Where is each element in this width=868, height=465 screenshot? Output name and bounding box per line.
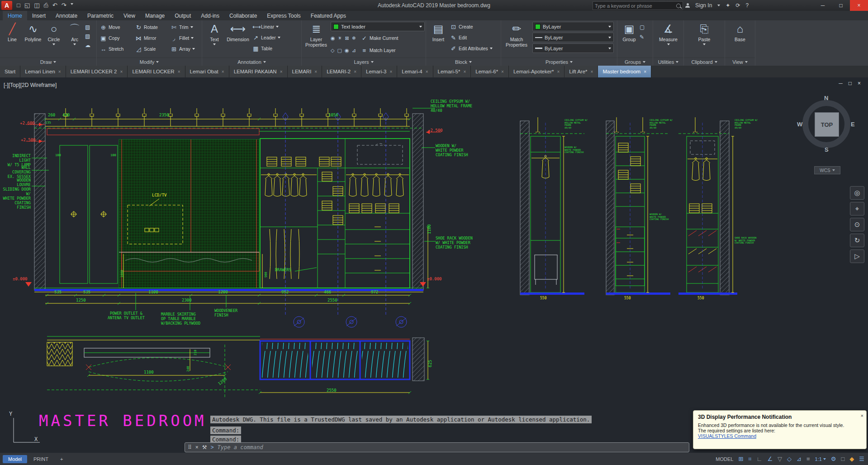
close-tab-icon[interactable]: × [314, 69, 317, 74]
sign-in-button[interactable]: Sign In [695, 2, 712, 9]
file-tab-start[interactable]: Start [0, 66, 20, 77]
panel-label-view[interactable]: View [725, 58, 755, 66]
clean-screen-icon[interactable]: □ [841, 455, 844, 462]
close-tab-icon[interactable]: × [120, 69, 123, 74]
close-tab-icon[interactable]: × [354, 69, 356, 74]
help-icon[interactable]: ? [745, 2, 749, 9]
close-tab-icon[interactable]: × [280, 69, 283, 74]
linear-button[interactable]: ⟷Linear [251, 21, 282, 32]
file-tab[interactable]: Lemari-3× [361, 66, 397, 77]
gradient-icon[interactable]: ▧ [85, 33, 90, 39]
revcloud-icon[interactable]: ☁ [85, 42, 90, 48]
file-tab[interactable]: Lemari-5*× [433, 66, 471, 77]
close-tab-icon[interactable]: × [644, 69, 646, 74]
close-tab-icon[interactable]: × [178, 69, 180, 74]
close-tab-icon[interactable]: × [58, 69, 61, 74]
panel-label-modify[interactable]: Modify [97, 58, 202, 66]
layer-merge-icon[interactable]: ⊿ [351, 48, 356, 53]
layer-freeze-icon[interactable]: ❄ [352, 35, 356, 41]
ribbon-tab-collaborate[interactable]: Collaborate [224, 11, 262, 20]
command-close-icon[interactable]: × [195, 444, 199, 451]
panel-label-block[interactable]: Block [426, 58, 501, 66]
workspace-gear-icon[interactable]: ⚙ [831, 455, 836, 462]
panel-label-layers[interactable]: Layers [302, 58, 426, 66]
command-customize-icon[interactable]: ⚒ [202, 444, 207, 451]
pan-icon[interactable]: ⌖ [850, 202, 864, 216]
move-button[interactable]: ⊕Move [99, 22, 134, 33]
layer-off-icon[interactable]: ◉ [345, 48, 349, 53]
file-tab[interactable]: Lemari Linen× [20, 66, 66, 77]
snap-icon[interactable]: ⌗ [748, 455, 751, 463]
minimize-button[interactable]: ─ [814, 0, 832, 11]
array-button[interactable]: ⊞Array [169, 43, 202, 54]
panel-label-properties[interactable]: Properties [501, 58, 617, 66]
fillet-button[interactable]: ◞Fillet [169, 33, 202, 43]
ribbon-tab-home[interactable]: Home [3, 11, 27, 20]
ungroup-icon[interactable]: ▢ [640, 24, 645, 30]
layer-properties-button[interactable]: ≣Layer Properties [304, 20, 329, 55]
ribbon-tab-output[interactable]: Output [170, 11, 196, 20]
group-edit-icon[interactable]: ✎ [640, 34, 645, 40]
viewport-controls-label[interactable]: [-][Top][2D Wireframe] [4, 82, 57, 88]
grid-icon[interactable]: ⊞ [738, 455, 743, 462]
compass-east[interactable]: E [851, 121, 855, 128]
file-tab[interactable]: LEMARI× [288, 66, 323, 77]
isodraft-icon[interactable]: ▽ [778, 455, 782, 462]
sign-in-dropdown-icon[interactable] [717, 5, 720, 8]
measure-button[interactable]: ∡Measure [655, 20, 682, 55]
model-space-canvas[interactable]: CEILING GYPSUM W/ HOLLOW METAL FRAME 40/… [0, 77, 868, 453]
undo-icon[interactable]: ↶ [52, 2, 57, 9]
close-tab-icon[interactable]: × [501, 69, 504, 74]
file-tab[interactable]: Lift Are*× [564, 66, 598, 77]
steering-wheel-icon[interactable]: ◎ [850, 186, 864, 200]
wcs-menu[interactable]: WCS [814, 166, 840, 174]
performance-alert-icon[interactable]: ◆ [849, 455, 854, 462]
layer-combo-dropdown-icon[interactable] [419, 26, 422, 29]
paste-button[interactable]: ⎘Paste [691, 20, 717, 55]
compass-south[interactable]: S [825, 146, 829, 153]
customization-menu-icon[interactable]: ☰ [859, 455, 864, 462]
plot-icon[interactable]: ⎙ [43, 2, 48, 9]
match-layer-button[interactable]: ≡Match Layer [360, 45, 397, 56]
object-snap-icon[interactable]: ◇ [787, 455, 792, 462]
trim-button[interactable]: ✄Trim [169, 22, 202, 33]
notification-close-icon[interactable]: × [861, 413, 863, 418]
compass-west[interactable]: W [797, 121, 802, 128]
panel-label-clipboard[interactable]: Clipboard [684, 58, 725, 66]
file-tab[interactable]: Lemari-6*× [471, 66, 509, 77]
rotate-button[interactable]: ↻Rotate [134, 22, 169, 33]
polyline-button[interactable]: ∿Polyline [23, 20, 43, 55]
edit-block-button[interactable]: ✎Edit [449, 32, 494, 43]
stretch-button[interactable]: ↔Stretch [99, 43, 134, 54]
object-color-combo[interactable]: ByLayer [532, 22, 614, 31]
new-layout-button[interactable]: + [55, 455, 68, 463]
command-line[interactable]: ⠿ × ⚒ > Type a command [185, 442, 689, 452]
ribbon-tab-featured-apps[interactable]: Featured Apps [306, 11, 351, 20]
layer-isolate-icon[interactable]: ◇ [331, 48, 334, 53]
ribbon-tab-view[interactable]: View [119, 11, 140, 20]
scale-button[interactable]: ◿Scale [134, 43, 169, 54]
match-properties-button[interactable]: ✏Match Properties [503, 20, 530, 55]
ribbon-tab-parametric[interactable]: Parametric [82, 11, 119, 20]
mirror-button[interactable]: ⋈Mirror [134, 33, 169, 43]
layer-on-icon[interactable]: ◉ [331, 35, 335, 41]
hatch-icon[interactable]: ▨ [85, 24, 90, 30]
file-tab[interactable]: LEMARI LOCKER 2× [66, 66, 128, 77]
maximize-button[interactable]: □ [832, 0, 850, 11]
close-tab-icon[interactable]: × [426, 69, 428, 74]
ribbon-tab-insert[interactable]: Insert [27, 11, 51, 20]
file-tab[interactable]: LEMARI PAKAIAN× [229, 66, 288, 77]
copy-button[interactable]: ▣Copy [99, 33, 134, 43]
file-tab[interactable]: Lemari Obat× [185, 66, 229, 77]
ribbon-tab-annotate[interactable]: Annotate [51, 11, 82, 20]
base-button[interactable]: ⌂Base [728, 20, 752, 55]
ribbon-tab-addins[interactable]: Add-ins [196, 11, 224, 20]
close-tab-icon[interactable]: × [591, 69, 593, 74]
lineweight-icon[interactable]: ≡ [806, 455, 810, 462]
polar-tracking-icon[interactable]: ∠ [767, 455, 773, 462]
viewcube[interactable]: N W E S TOP [797, 96, 856, 154]
close-tab-icon[interactable]: × [557, 69, 560, 74]
layer-unisolate-icon[interactable]: ▢ [337, 48, 342, 53]
leader-button[interactable]: ↗Leader [251, 32, 282, 43]
file-tab[interactable]: Lemari-4× [397, 66, 433, 77]
